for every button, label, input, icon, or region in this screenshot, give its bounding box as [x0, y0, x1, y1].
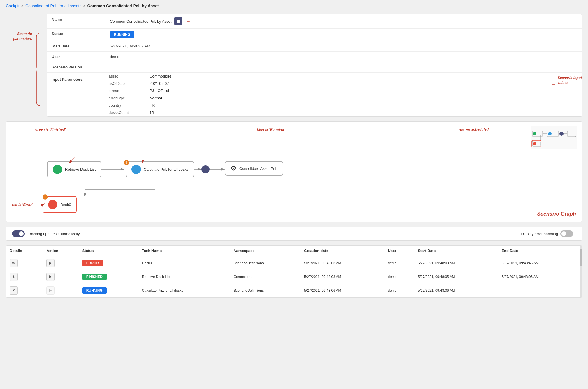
table-row: 👁 ERROR Desk0 [6, 256, 582, 270]
status-badge-error: ERROR [82, 260, 103, 266]
node-calculate-label: Calculate PnL for all desks [144, 167, 188, 172]
col-enddate: End Date [498, 246, 582, 256]
tasks-header-row: Details Action Status Task Name Namespac… [6, 246, 582, 256]
error-handling-toggle[interactable] [560, 230, 573, 237]
annotation-green: green is 'Finished' [35, 127, 66, 131]
enddate-cell-2: 5/27/2021, 09:48:06 AM [498, 270, 582, 284]
table-row: 👁 FINISHED Retrieve Desk [6, 270, 582, 284]
start-date-label: Start Date [47, 41, 105, 52]
kill-button[interactable] [174, 17, 182, 25]
play-icon-1 [49, 261, 52, 265]
play-icon-3 [49, 288, 52, 293]
action-btn-cell-1 [43, 256, 78, 270]
table-row: 👁 RUNNING Calculate PnL [6, 284, 582, 298]
node-retrieve-label: Retrieve Desk List [65, 167, 96, 172]
connector-dot [201, 165, 210, 173]
consolidate-gear-icon: ⚙ [231, 165, 236, 172]
details-eye-button-3[interactable]: 👁 [10, 286, 18, 295]
startdate-cell-3: 5/27/2021, 09:48:06 AM [414, 284, 498, 298]
details-btn-cell: 👁 [6, 256, 43, 270]
kill-arrow-icon: ← [185, 18, 191, 24]
action-play-button-2[interactable] [46, 273, 55, 281]
breadcrumb: Cockpit > Consolidated PnL for all asset… [0, 0, 588, 11]
breadcrumb-sep-1: > [21, 3, 24, 8]
details-btn-cell-2: 👁 [6, 270, 43, 284]
status-label: Status [47, 29, 105, 41]
start-date-value: 5/27/2021, 09:48:02 AM [105, 41, 582, 52]
graph-label: Scenario Graph [537, 211, 576, 217]
graph-svg [12, 140, 576, 216]
error-handling-label: Display error handling [521, 232, 558, 236]
svg-point-5 [559, 132, 564, 136]
breadcrumb-consolidated[interactable]: Consolidated PnL for all assets [25, 3, 81, 8]
scenario-params-card: Name Common Consolidated PnL by Asset ← [47, 14, 582, 117]
calculate-warn-badge: ! [124, 160, 129, 165]
annotation-not-scheduled: not yet scheduled [459, 127, 489, 131]
creation-cell-2: 5/27/2021, 09:48:03 AM [301, 270, 384, 284]
user-cell-1: demo [384, 256, 414, 270]
col-status: Status [79, 246, 138, 256]
input-params-label: Input Parameters [47, 73, 105, 117]
desk0-error-container: ! Desk0 [43, 196, 77, 213]
calculate-status-icon [131, 165, 141, 174]
params-row-startdate: Start Date 5/27/2021, 09:48:02 AM [47, 41, 582, 52]
col-user: User [384, 246, 414, 256]
scroll-track[interactable] [580, 246, 582, 297]
params-brace-icon [35, 31, 41, 107]
details-eye-button-1[interactable]: 👁 [10, 259, 18, 267]
node-consolidate[interactable]: ⚙ Consolidate Asset PnL [225, 161, 283, 176]
action-play-button-1[interactable] [46, 259, 55, 267]
action-btn-cell-3 [43, 284, 78, 298]
namespace-cell-1: ScenarioDefinitions [230, 256, 301, 270]
col-details: Details [6, 246, 43, 256]
startdate-cell-2: 5/27/2021, 09:48:05 AM [414, 270, 498, 284]
eye-icon-3: 👁 [12, 288, 16, 293]
params-row-user: User demo [47, 52, 582, 62]
col-startdate: Start Date [414, 246, 498, 256]
namespace-cell-2: Connectors [230, 270, 301, 284]
tracking-bar: Tracking updates automatically Display e… [6, 227, 582, 241]
scroll-thumb[interactable] [580, 249, 582, 266]
annotation-scenario-params: Scenarioparameters [13, 31, 32, 41]
status-cell-1: ERROR [79, 256, 138, 270]
breadcrumb-cockpit[interactable]: Cockpit [6, 3, 20, 8]
user-cell-3: demo [384, 284, 414, 298]
node-retrieve[interactable]: Retrieve Desk List [47, 161, 101, 177]
status-value: RUNNING [105, 29, 582, 41]
name-label: Name [47, 14, 105, 29]
node-desk0[interactable]: Desk0 [44, 198, 75, 212]
action-play-button-3[interactable] [46, 286, 55, 295]
col-action: Action [43, 246, 78, 256]
name-value: Common Consolidated PnL by Asset ← [105, 14, 582, 29]
taskname-cell-3: Calculate PnL for all desks [138, 284, 230, 298]
scenario-graph-card: green is 'Finished' blue is 'Running' no… [6, 121, 582, 222]
breadcrumb-sep-2: > [83, 3, 85, 8]
startdate-cell-1: 5/27/2021, 09:48:03 AM [414, 256, 498, 270]
input-param-asset: asset Commodities [105, 73, 542, 80]
details-eye-button-2[interactable]: 👁 [10, 273, 18, 281]
play-icon-2 [49, 275, 52, 279]
details-btn-cell-3: 👁 [6, 284, 43, 298]
enddate-cell-3 [498, 284, 582, 298]
params-row-input: Input Parameters asset Commodities asO [47, 73, 582, 117]
tracking-toggle[interactable] [12, 230, 25, 237]
params-row-name: Name Common Consolidated PnL by Asset ← [47, 14, 582, 29]
params-row-version: Scenario version [47, 62, 582, 73]
svg-point-1 [533, 132, 536, 135]
desk0-warn-badge: ! [43, 194, 48, 200]
annotation-red: red is 'Error' [12, 203, 32, 207]
eye-icon-1: 👁 [12, 261, 16, 265]
input-param-country: country FR [105, 102, 542, 109]
status-badge-running: RUNNING [82, 287, 107, 294]
namespace-cell-3: ScenarioDefinitions [230, 284, 301, 298]
taskname-cell-1: Desk0 [138, 256, 230, 270]
status-badge: RUNNING [110, 31, 134, 38]
kill-icon [177, 20, 180, 23]
node-calculate[interactable]: Calculate PnL for all desks [126, 161, 194, 177]
input-param-stream: stream P&L Official [105, 87, 542, 94]
status-cell-3: RUNNING [79, 284, 138, 298]
svg-point-4 [548, 132, 552, 135]
user-cell-2: demo [384, 270, 414, 284]
status-badge-finished: FINISHED [82, 274, 107, 280]
tracking-label: Tracking updates automatically [28, 232, 80, 236]
